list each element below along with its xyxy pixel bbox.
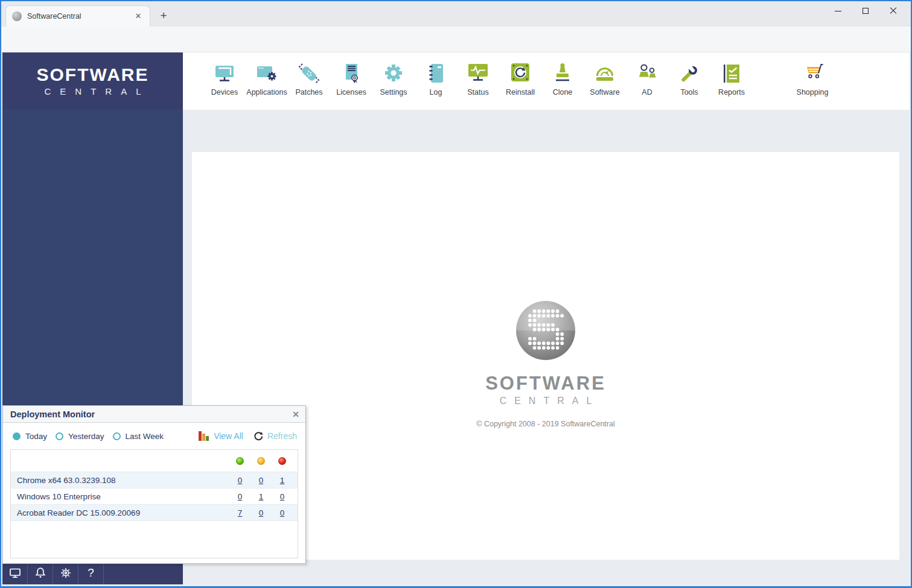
sidebar-bar-filler	[104, 561, 183, 584]
nav-item-log[interactable]: Log	[415, 52, 457, 110]
gear-icon	[59, 566, 72, 580]
nav-label: Status	[467, 88, 488, 96]
deployment-monitor-controls: Today Yesterday Last Week View All Refre…	[3, 423, 305, 449]
deployment-table: Chrome x64 63.0.3239.108 0 0 1 Windows 1…	[10, 449, 298, 558]
shopping-icon	[800, 60, 824, 87]
reinstall-icon	[508, 60, 532, 87]
count-yellow-link[interactable]: 0	[259, 508, 264, 517]
nav-item-ad[interactable]: AD	[626, 52, 668, 110]
bell-icon	[34, 566, 47, 580]
logo-wordmark-line2: CENTRAL	[493, 396, 606, 406]
nav-label: AD	[642, 88, 652, 96]
software-icon	[593, 60, 617, 87]
refresh-button[interactable]: Refresh	[254, 431, 297, 441]
deployment-name: Chrome x64 63.0.3239.108	[17, 476, 229, 485]
close-button[interactable]	[879, 1, 907, 21]
browser-tab[interactable]: SoftwareCentral ✕	[5, 5, 150, 27]
refresh-label: Refresh	[267, 431, 297, 441]
filter-label: Today	[25, 432, 47, 441]
sidebar-logo: SOFTWARE CENTRAL	[2, 52, 183, 109]
radio-icon	[13, 432, 21, 440]
count-green-link[interactable]: 0	[238, 476, 243, 485]
minimize-button[interactable]	[824, 1, 852, 21]
clone-icon	[550, 60, 575, 87]
deployment-monitor-title: Deployment Monitor	[10, 409, 292, 419]
minimize-icon	[835, 11, 841, 11]
sidebar-logo-line1: SOFTWARE	[37, 65, 149, 84]
settings-shortcut-button[interactable]	[53, 561, 78, 584]
table-row: Chrome x64 63.0.3239.108 0 0 1	[11, 472, 298, 488]
patches-icon	[297, 60, 321, 87]
applications-icon	[255, 60, 279, 87]
settings-icon	[381, 60, 406, 87]
nav-item-clone[interactable]: Clone	[541, 52, 584, 110]
nav-item-applications[interactable]: Applications	[246, 52, 288, 110]
sidebar-logo-line2: CENTRAL	[44, 86, 150, 96]
tab-close-icon[interactable]: ✕	[133, 11, 144, 22]
reports-icon	[719, 60, 744, 87]
radio-icon	[56, 432, 63, 440]
count-yellow-link[interactable]: 0	[259, 476, 264, 485]
nav-item-patches[interactable]: Patches	[288, 52, 330, 110]
logo-wordmark: SOFTWARE CENTRAL	[485, 363, 606, 406]
nav-label: Reports	[718, 88, 745, 96]
count-red-link[interactable]: 0	[280, 508, 285, 517]
nav-item-reports[interactable]: Reports	[710, 52, 753, 110]
deployment-table-header	[11, 450, 298, 472]
nav-item-status[interactable]: Status	[457, 52, 499, 110]
status-icon	[466, 60, 490, 87]
nav-item-devices[interactable]: Devices	[203, 52, 246, 110]
logo-wordmark-line1: SOFTWARE	[485, 373, 606, 394]
status-yellow-icon	[257, 457, 265, 465]
refresh-icon	[254, 431, 264, 441]
logo-sphere-icon	[515, 300, 576, 361]
nav-label: Clone	[553, 88, 573, 96]
deployment-monitor-titlebar[interactable]: Deployment Monitor ✕	[3, 406, 305, 423]
count-red-link[interactable]: 0	[280, 492, 285, 501]
nav-label: Settings	[380, 88, 407, 96]
nav-item-settings[interactable]: Settings	[372, 52, 415, 110]
nav-item-tools[interactable]: Tools	[668, 52, 710, 110]
sidebar-bottom-bar: ?	[2, 561, 183, 584]
browser-toolbar: ← → ⟳ i Not secure softwarecentral/Softw…	[1, 27, 911, 52]
radio-icon	[113, 432, 121, 440]
nav-label: Patches	[295, 88, 322, 96]
tab-title: SoftwareCentral	[27, 12, 133, 21]
panel-close-icon[interactable]: ✕	[292, 410, 299, 419]
device-shortcut-button[interactable]	[2, 561, 28, 584]
help-button[interactable]: ?	[78, 561, 104, 584]
softwarecentral-logo	[515, 300, 576, 363]
devices-icon	[212, 60, 237, 87]
filter-last-week[interactable]: Last Week	[113, 432, 164, 441]
softwarecentral-favicon-icon	[12, 11, 22, 21]
nav-item-software[interactable]: Software	[584, 52, 626, 110]
new-tab-button[interactable]: +	[156, 8, 171, 24]
deployment-name: Acrobat Reader DC 15.009.20069	[17, 508, 229, 517]
nav-item-licenses[interactable]: Licenses	[330, 52, 372, 110]
count-green-link[interactable]: 7	[238, 508, 243, 517]
maximize-button[interactable]	[852, 1, 879, 21]
softwarecentral-app: SOFTWARE CENTRAL ?	[2, 52, 910, 584]
status-green-icon	[236, 457, 244, 465]
count-red-link[interactable]: 1	[280, 476, 285, 485]
monitor-icon	[8, 566, 22, 580]
tools-icon	[677, 60, 701, 87]
count-yellow-link[interactable]: 1	[259, 492, 264, 501]
notifications-button[interactable]	[28, 561, 53, 584]
nav-item-reinstall[interactable]: Reinstall	[499, 52, 541, 110]
close-icon	[890, 7, 897, 14]
count-green-link[interactable]: 0	[238, 492, 243, 501]
bar-chart-icon	[199, 431, 209, 441]
filter-label: Yesterday	[68, 432, 104, 441]
ad-icon	[635, 60, 659, 87]
filter-today[interactable]: Today	[13, 432, 47, 441]
filter-yesterday[interactable]: Yesterday	[56, 432, 104, 441]
copyright-text: © Copyright 2008 - 2019 SoftwareCentral	[476, 420, 614, 428]
status-red-icon	[278, 457, 286, 465]
deployment-name: Windows 10 Enterprise	[17, 492, 229, 501]
browser-window: SoftwareCentral ✕ + ← → ⟳ i Not secure s…	[0, 0, 912, 588]
nav-item-shopping[interactable]: Shopping	[791, 52, 834, 110]
view-all-button[interactable]: View All	[199, 431, 243, 441]
nav-label: Software	[590, 88, 619, 96]
nav-label: Log	[430, 88, 442, 96]
